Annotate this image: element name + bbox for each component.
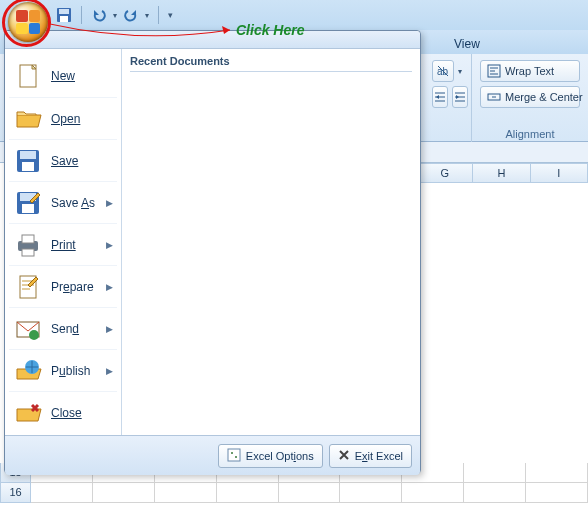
cell[interactable] bbox=[340, 483, 402, 503]
cell[interactable] bbox=[402, 483, 464, 503]
cell[interactable] bbox=[526, 463, 588, 483]
menu-label: Save bbox=[51, 154, 78, 168]
wrap-text-button[interactable]: Wrap Text bbox=[480, 60, 580, 82]
menu-label: Save As bbox=[51, 196, 95, 210]
svg-rect-8 bbox=[20, 151, 36, 159]
cell[interactable] bbox=[279, 483, 341, 503]
indent-decrease-icon bbox=[433, 90, 447, 104]
menu-label: Print bbox=[51, 238, 76, 252]
prepare-icon bbox=[13, 272, 43, 302]
submenu-arrow-icon: ▶ bbox=[106, 198, 113, 208]
undo-icon[interactable] bbox=[91, 7, 107, 23]
menu-item-open[interactable]: Open bbox=[9, 97, 117, 139]
menu-item-prepare[interactable]: Prepare ▶ bbox=[9, 265, 117, 307]
recent-documents-panel: Recent Documents bbox=[122, 49, 420, 435]
svg-point-21 bbox=[231, 452, 233, 454]
office-menu-footer: Excel Options Exit Excel bbox=[5, 435, 420, 475]
cell[interactable] bbox=[464, 463, 526, 483]
office-button[interactable] bbox=[8, 2, 48, 42]
submenu-arrow-icon: ▶ bbox=[106, 324, 113, 334]
save-as-icon bbox=[13, 188, 43, 218]
cell[interactable] bbox=[526, 483, 588, 503]
button-label: Excel Options bbox=[246, 450, 314, 462]
menu-item-new[interactable]: New bbox=[9, 55, 117, 97]
menu-item-print[interactable]: Print ▶ bbox=[9, 223, 117, 265]
submenu-arrow-icon: ▶ bbox=[106, 282, 113, 292]
column-header[interactable]: I bbox=[531, 163, 588, 183]
merge-center-button[interactable]: Merge & Center bbox=[480, 86, 580, 108]
button-label: Exit Excel bbox=[355, 450, 403, 462]
print-icon bbox=[13, 230, 43, 260]
ribbon-group-alignment: Wrap Text Merge & Center Alignment bbox=[472, 54, 588, 142]
cell[interactable] bbox=[155, 483, 217, 503]
excel-options-button[interactable]: Excel Options bbox=[218, 444, 323, 468]
options-icon bbox=[227, 448, 241, 464]
svg-point-22 bbox=[235, 456, 237, 458]
office-menu-commands: New Open Save Save As ▶ Print ▶ bbox=[5, 49, 122, 435]
publish-icon bbox=[13, 356, 43, 386]
row-header[interactable]: 16 bbox=[0, 483, 31, 503]
menu-label: Open bbox=[51, 112, 80, 126]
svg-rect-12 bbox=[22, 204, 34, 213]
redo-icon[interactable] bbox=[123, 7, 139, 23]
menu-item-save[interactable]: Save bbox=[9, 139, 117, 181]
exit-icon bbox=[338, 449, 350, 463]
svg-rect-14 bbox=[22, 235, 34, 243]
menu-label: Publish bbox=[51, 364, 90, 378]
dropdown-icon[interactable]: ▾ bbox=[458, 67, 462, 76]
indent-decrease-button[interactable] bbox=[432, 86, 448, 108]
menu-label: Prepare bbox=[51, 280, 94, 294]
indent-increase-button[interactable] bbox=[452, 86, 468, 108]
svg-rect-15 bbox=[22, 249, 34, 256]
svg-rect-9 bbox=[22, 162, 34, 171]
title-bar: ▾ ▾ ▾ bbox=[0, 0, 588, 30]
qat-customize-icon[interactable]: ▾ bbox=[168, 10, 173, 20]
ribbon-group-unknown: ab ▾ bbox=[424, 54, 472, 142]
column-header[interactable]: H bbox=[473, 163, 530, 183]
office-logo-icon bbox=[16, 10, 40, 34]
wrap-text-icon bbox=[487, 64, 501, 78]
recent-documents-header: Recent Documents bbox=[130, 55, 412, 72]
submenu-arrow-icon: ▶ bbox=[106, 240, 113, 250]
cell[interactable] bbox=[464, 483, 526, 503]
orientation-button[interactable]: ab bbox=[432, 60, 454, 82]
merge-center-label: Merge & Center bbox=[505, 91, 583, 103]
undo-dropdown-icon[interactable]: ▾ bbox=[113, 11, 117, 20]
close-icon bbox=[13, 398, 43, 428]
submenu-arrow-icon: ▶ bbox=[106, 366, 113, 376]
svg-rect-20 bbox=[228, 449, 240, 461]
menu-item-close[interactable]: Close bbox=[9, 391, 117, 433]
quick-access-toolbar: ▾ ▾ ▾ bbox=[56, 4, 173, 26]
wrap-text-label: Wrap Text bbox=[505, 65, 554, 77]
menu-item-save-as[interactable]: Save As ▶ bbox=[9, 181, 117, 223]
column-header[interactable]: G bbox=[416, 163, 473, 183]
svg-rect-1 bbox=[59, 9, 69, 14]
tab-view[interactable]: View bbox=[440, 33, 494, 54]
orientation-icon: ab bbox=[436, 64, 450, 78]
menu-item-publish[interactable]: Publish ▶ bbox=[9, 349, 117, 391]
open-icon bbox=[13, 104, 43, 134]
office-menu-header bbox=[5, 31, 420, 49]
menu-item-send[interactable]: Send ▶ bbox=[9, 307, 117, 349]
menu-label: New bbox=[51, 69, 75, 83]
cell[interactable] bbox=[217, 483, 279, 503]
indent-increase-icon bbox=[453, 90, 467, 104]
new-icon bbox=[13, 61, 43, 91]
menu-label: Send bbox=[51, 322, 79, 336]
cell[interactable] bbox=[31, 483, 93, 503]
save-icon[interactable] bbox=[56, 7, 72, 23]
send-icon bbox=[13, 314, 43, 344]
merge-icon bbox=[487, 90, 501, 104]
svg-point-18 bbox=[29, 330, 39, 340]
office-menu: New Open Save Save As ▶ Print ▶ bbox=[4, 30, 421, 474]
save-icon bbox=[13, 146, 43, 176]
svg-rect-2 bbox=[60, 16, 68, 22]
menu-label: Close bbox=[51, 406, 82, 420]
cell[interactable] bbox=[93, 483, 155, 503]
ribbon-group-label: Alignment bbox=[472, 128, 588, 140]
redo-dropdown-icon[interactable]: ▾ bbox=[145, 11, 149, 20]
exit-excel-button[interactable]: Exit Excel bbox=[329, 444, 412, 468]
